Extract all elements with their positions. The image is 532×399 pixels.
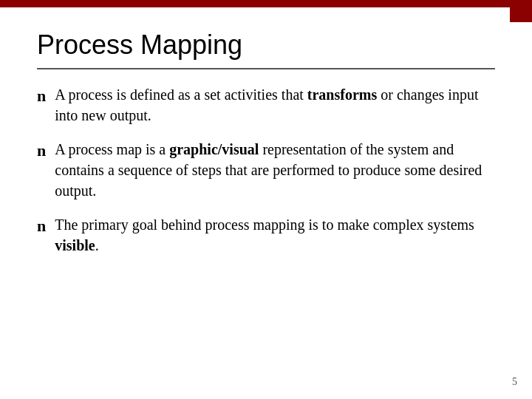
title-divider: [37, 68, 495, 69]
bullet-marker-3: n: [37, 215, 46, 238]
bullet-marker-2: n: [37, 140, 46, 163]
bullet-list: n A process is defined as a set activiti…: [37, 84, 495, 256]
bullet-text-1: A process is defined as a set activities…: [55, 84, 495, 126]
bullet-item-3: n The primary goal behind process mappin…: [37, 214, 495, 256]
bullet-text-2: A process map is a graphic/visual repres…: [55, 139, 495, 201]
top-bar: [0, 0, 532, 7]
bullet-marker-1: n: [37, 85, 46, 108]
bullet-text-3: The primary goal behind process mapping …: [55, 214, 495, 256]
page-number: 5: [512, 376, 517, 388]
slide-content: Process Mapping n A process is defined a…: [0, 7, 532, 399]
slide-title: Process Mapping: [37, 30, 495, 61]
bullet-item-2: n A process map is a graphic/visual repr…: [37, 139, 495, 201]
bullet-item-1: n A process is defined as a set activiti…: [37, 84, 495, 126]
